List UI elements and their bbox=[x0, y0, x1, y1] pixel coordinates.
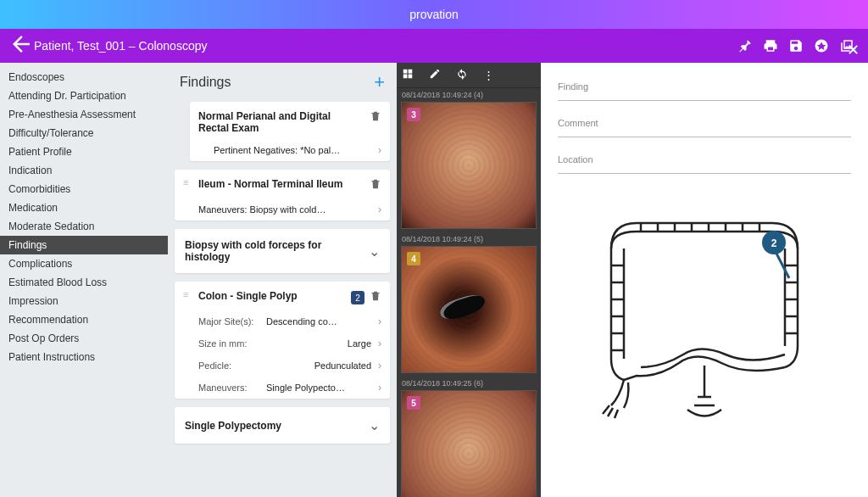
field-label: Location bbox=[558, 154, 851, 173]
chevron-right-icon: › bbox=[378, 360, 381, 371]
sidebar-item[interactable]: Pre-Anesthesia Assessment bbox=[0, 105, 168, 124]
camera-icon[interactable] bbox=[809, 38, 834, 53]
image-thumbnail[interactable]: 3 bbox=[401, 102, 537, 229]
sidebar-item[interactable]: Recommendation bbox=[0, 310, 168, 329]
sidebar-item[interactable]: Patient Instructions bbox=[0, 348, 168, 366]
sidebar: EndoscopesAttending Dr. ParticipationPre… bbox=[0, 63, 168, 497]
sidebar-item[interactable]: Complications bbox=[0, 254, 168, 273]
sidebar-item[interactable]: Attending Dr. Participation bbox=[0, 87, 168, 105]
anatomy-marker-label: 2 bbox=[771, 237, 777, 249]
finding-title: Colon - Single Polyp bbox=[198, 290, 344, 302]
chevron-right-icon: › bbox=[378, 204, 381, 215]
header-title: Patient, Test_001 – Colonoscopy bbox=[34, 39, 207, 53]
field-label: Comment bbox=[558, 118, 851, 137]
sidebar-item[interactable]: Difficulty/Tolerance bbox=[0, 124, 168, 142]
back-button[interactable] bbox=[8, 31, 34, 61]
sidebar-item[interactable]: Medication bbox=[0, 198, 168, 217]
field-label: Finding bbox=[558, 81, 851, 100]
sidebar-item[interactable]: Indication bbox=[0, 161, 168, 180]
finding-card-polyp[interactable]: ≡ Colon - Single Polyp 2 Major Site(s):D… bbox=[175, 282, 390, 399]
maneuver-expand-card[interactable]: Single Polypectomy ⌄ bbox=[175, 407, 390, 444]
finding-card[interactable]: Normal Perianal and Digital Rectal Exam … bbox=[190, 102, 390, 161]
detail-fields: Finding Comment Location bbox=[541, 63, 868, 198]
findings-header: Findings + bbox=[168, 63, 397, 102]
image-thumbnail[interactable]: 5 bbox=[401, 390, 537, 497]
maneuver-expand-card[interactable]: Biopsy with cold forceps for histology ⌄ bbox=[175, 229, 390, 273]
finding-row[interactable]: Maneuvers:Single Polypecto…› bbox=[175, 377, 390, 399]
edit-icon[interactable] bbox=[429, 68, 441, 82]
sidebar-item[interactable]: Comorbidities bbox=[0, 180, 168, 198]
drag-handle-icon[interactable]: ≡ bbox=[183, 178, 192, 187]
chevron-right-icon: › bbox=[378, 338, 381, 349]
image-toolbar: ⋮ bbox=[397, 63, 541, 88]
finding-row[interactable]: Size in mm:Large› bbox=[175, 332, 390, 355]
sidebar-item[interactable]: Post Op Orders bbox=[0, 329, 168, 348]
finding-row[interactable]: Pedicle:Pedunculated› bbox=[175, 355, 390, 377]
findings-scroll[interactable]: Normal Perianal and Digital Rectal Exam … bbox=[168, 102, 397, 497]
finding-title: Normal Perianal and Digital Rectal Exam bbox=[198, 110, 344, 134]
sidebar-item[interactable]: Moderate Sedation bbox=[0, 217, 168, 236]
drag-handle-icon[interactable]: ≡ bbox=[183, 290, 192, 299]
findings-column: Findings + Normal Perianal and Digital R… bbox=[168, 63, 397, 497]
brand-bar: provation bbox=[0, 0, 868, 29]
image-number-badge: 5 bbox=[407, 396, 420, 410]
patient-name: Patient, Test_001 bbox=[34, 39, 125, 53]
grid-view-icon[interactable] bbox=[402, 68, 414, 82]
chevron-down-icon: ⌄ bbox=[369, 243, 380, 260]
procedure-name: Colonoscopy bbox=[139, 39, 208, 53]
image-item[interactable]: 08/14/2018 10:49:25 (6)5 bbox=[397, 377, 541, 497]
refresh-icon[interactable] bbox=[456, 68, 468, 82]
image-column: ⋮ 08/14/2018 10:49:24 (4)308/14/2018 10:… bbox=[397, 63, 541, 497]
main-layout: EndoscopesAttending Dr. ParticipationPre… bbox=[0, 63, 868, 497]
finding-row[interactable]: Maneuvers: Biopsy with cold… › bbox=[175, 198, 390, 221]
sidebar-item[interactable]: Findings bbox=[0, 236, 168, 254]
image-timestamp: 08/14/2018 10:49:24 (5) bbox=[397, 232, 541, 246]
image-item[interactable]: 08/14/2018 10:49:24 (5)4 bbox=[397, 232, 541, 373]
sidebar-item[interactable]: Endoscopes bbox=[0, 68, 168, 87]
brand-prefix: pro bbox=[409, 8, 426, 21]
sidebar-item[interactable]: Impression bbox=[0, 292, 168, 310]
comment-field[interactable]: Comment bbox=[558, 118, 851, 137]
image-scroll[interactable]: 08/14/2018 10:49:24 (4)308/14/2018 10:49… bbox=[397, 88, 541, 497]
image-timestamp: 08/14/2018 10:49:25 (6) bbox=[397, 377, 541, 390]
delete-icon[interactable] bbox=[370, 290, 381, 305]
sidebar-item[interactable]: Estimated Blood Loss bbox=[0, 273, 168, 292]
chevron-right-icon: › bbox=[378, 144, 381, 156]
image-thumbnail[interactable]: 4 bbox=[401, 246, 537, 373]
finding-row[interactable]: Pertinent Negatives: *No pal… › bbox=[190, 139, 390, 161]
app-header: Patient, Test_001 – Colonoscopy bbox=[0, 29, 868, 63]
print-icon[interactable] bbox=[758, 38, 783, 53]
delete-icon[interactable] bbox=[370, 178, 381, 193]
pin-icon[interactable] bbox=[732, 38, 758, 53]
expand-title: Single Polypectomy bbox=[185, 420, 281, 432]
finding-row[interactable]: Major Site(s):Descending co…› bbox=[175, 310, 390, 332]
finding-card[interactable]: ≡ Ileum - Normal Terminal Ileum Maneuver… bbox=[175, 170, 390, 221]
add-finding-button[interactable]: + bbox=[374, 71, 385, 93]
close-icon[interactable]: ✕ bbox=[847, 41, 860, 59]
chevron-right-icon: › bbox=[378, 382, 381, 394]
findings-title: Findings bbox=[180, 75, 231, 90]
sidebar-item[interactable]: Patient Profile bbox=[0, 142, 168, 161]
more-icon[interactable]: ⋮ bbox=[483, 69, 494, 81]
detail-panel: ✕ Finding Comment Location bbox=[541, 63, 868, 497]
expand-title: Biopsy with cold forceps for histology bbox=[185, 239, 369, 263]
delete-icon[interactable] bbox=[370, 110, 381, 126]
save-icon[interactable] bbox=[783, 38, 809, 53]
anatomy-diagram[interactable]: 2 bbox=[541, 198, 868, 497]
finding-field[interactable]: Finding bbox=[558, 81, 851, 101]
location-field[interactable]: Location bbox=[558, 154, 851, 174]
image-number-badge: 4 bbox=[407, 252, 420, 265]
finding-title: Ileum - Normal Terminal Ileum bbox=[198, 178, 363, 190]
chevron-down-icon: ⌄ bbox=[369, 417, 380, 433]
count-badge: 2 bbox=[351, 291, 364, 304]
image-item[interactable]: 08/14/2018 10:49:24 (4)3 bbox=[397, 88, 541, 229]
chevron-right-icon: › bbox=[378, 316, 381, 327]
image-timestamp: 08/14/2018 10:49:24 (4) bbox=[397, 88, 541, 102]
brand-suffix: vation bbox=[426, 8, 458, 21]
image-number-badge: 3 bbox=[407, 108, 420, 121]
